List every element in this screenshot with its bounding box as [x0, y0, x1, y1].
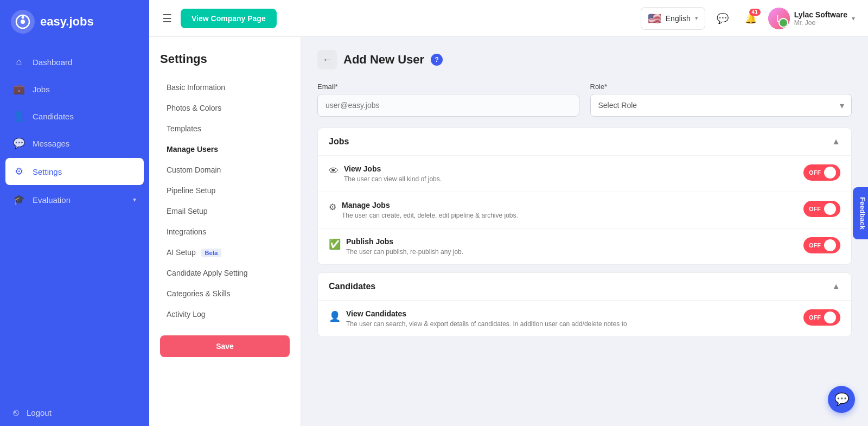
settings-item-basic-information[interactable]: Basic Information [160, 77, 290, 98]
email-form-group: Email* [317, 82, 579, 117]
manage-jobs-toggle[interactable]: OFF [803, 201, 840, 217]
notification-badge: 41 [749, 9, 761, 16]
user-info: Lylac Software Mr. Joe [794, 10, 847, 27]
settings-icon: ⚙ [13, 166, 25, 177]
feedback-button[interactable]: Feedback [853, 187, 868, 239]
role-select[interactable]: Select Role Admin Manager [590, 94, 852, 117]
sidebar-item-dashboard[interactable]: ⌂ Dashboard [0, 49, 149, 75]
manage-jobs-title: Manage Jobs [342, 201, 518, 209]
user-name: Lylac Software [794, 10, 847, 19]
avatar: L [768, 8, 790, 29]
settings-item-custom-domain[interactable]: Custom Domain [160, 160, 290, 180]
sidebar-item-messages-label: Messages [33, 139, 69, 148]
svg-point-5 [779, 18, 788, 27]
back-button[interactable]: ← [317, 50, 337, 69]
candidates-section-chevron-icon: ▲ [832, 282, 840, 291]
publish-jobs-icon: ✅ [329, 238, 341, 250]
settings-item-categories-skills[interactable]: Categories & Skills [160, 283, 290, 304]
sidebar-item-jobs[interactable]: 💼 Jobs [0, 75, 149, 103]
settings-item-photos-colors[interactable]: Photos & Colors [160, 98, 290, 118]
settings-item-candidate-apply[interactable]: Candidate Apply Setting [160, 263, 290, 283]
sidebar: easy.jobs ⌂ Dashboard 💼 Jobs 👤 Candidate… [0, 0, 149, 426]
sidebar-nav: ⌂ Dashboard 💼 Jobs 👤 Candidates 💬 Messag… [0, 43, 149, 399]
save-button[interactable]: Save [160, 335, 290, 357]
language-selector[interactable]: 🇺🇸 English ▾ [641, 7, 705, 30]
publish-jobs-title: Publish Jobs [346, 237, 463, 246]
home-icon: ⌂ [13, 56, 25, 68]
briefcase-icon: 💼 [13, 83, 25, 95]
publish-jobs-toggle[interactable]: OFF [803, 237, 840, 253]
view-jobs-text: View Jobs The user can view all kind of … [344, 164, 442, 183]
publish-jobs-desc: The user can publish, re-publish any job… [346, 248, 463, 256]
settings-item-ai-setup[interactable]: AI Setup Beta [160, 242, 290, 263]
jobs-section-title: Jobs [329, 137, 349, 147]
content-area: Settings Basic Information Photos & Colo… [149, 37, 868, 426]
jobs-permission-section: Jobs ▲ 👁 View Jobs The user can view all… [317, 128, 852, 265]
sidebar-item-candidates[interactable]: 👤 Candidates [0, 103, 149, 130]
evaluation-icon: 🎓 [13, 194, 25, 206]
beta-badge: Beta [201, 249, 222, 257]
sidebar-item-messages[interactable]: 💬 Messages [0, 130, 149, 157]
sidebar-item-settings[interactable]: ⚙ Settings [5, 158, 144, 185]
sidebar-item-evaluation[interactable]: 🎓 Evaluation ▾ [0, 186, 149, 213]
manage-jobs-icon: ⚙ [329, 202, 336, 212]
manage-jobs-toggle-label: OFF [809, 206, 821, 212]
app-name: easy.jobs [40, 15, 94, 29]
hamburger-icon[interactable]: ☰ [162, 12, 172, 25]
ai-setup-label: AI Setup [167, 248, 196, 257]
jobs-section-header[interactable]: Jobs ▲ [318, 128, 851, 155]
settings-item-templates[interactable]: Templates [160, 118, 290, 139]
sidebar-item-jobs-label: Jobs [33, 85, 50, 94]
role-label: Role* [590, 82, 852, 91]
chat-icon-button[interactable]: 💬 [712, 8, 733, 29]
flag-icon: 🇺🇸 [648, 12, 661, 25]
manage-jobs-item: ⚙ Manage Jobs The user can create, edit,… [318, 192, 851, 228]
user-sub: Mr. Joe [794, 19, 847, 27]
view-jobs-toggle-knob [824, 167, 836, 179]
settings-item-activity-log[interactable]: Activity Log [160, 304, 290, 325]
candidates-permission-section: Candidates ▲ 👤 View Candidates The user … [317, 272, 852, 337]
view-jobs-toggle-label: OFF [809, 169, 821, 176]
email-input[interactable] [317, 94, 579, 117]
notification-button[interactable]: 🔔 41 [740, 8, 762, 29]
publish-jobs-toggle-label: OFF [809, 242, 821, 249]
page-header: ← Add New User ? [317, 50, 852, 69]
page-content: ← Add New User ? Email* Role* Select Rol… [301, 37, 868, 426]
manage-jobs-text: Manage Jobs The user can create, edit, d… [342, 201, 518, 219]
candidates-section-header[interactable]: Candidates ▲ [318, 273, 851, 300]
main: ☰ View Company Page 🇺🇸 English ▾ 💬 🔔 41 [149, 0, 868, 426]
sidebar-item-evaluation-label: Evaluation [33, 195, 71, 205]
publish-jobs-item: ✅ Publish Jobs The user can publish, re-… [318, 228, 851, 264]
publish-jobs-text: Publish Jobs The user can publish, re-pu… [346, 237, 463, 256]
language-chevron-icon: ▾ [695, 15, 698, 22]
view-jobs-toggle[interactable]: OFF [803, 164, 840, 181]
sidebar-logo: easy.jobs [0, 0, 149, 43]
jobs-section-chevron-icon: ▲ [832, 137, 840, 147]
settings-item-manage-users[interactable]: Manage Users [160, 139, 290, 160]
publish-jobs-left: ✅ Publish Jobs The user can publish, re-… [329, 237, 463, 256]
help-icon[interactable]: ? [431, 54, 443, 66]
manage-jobs-toggle-knob [824, 203, 836, 215]
view-jobs-item: 👁 View Jobs The user can view all kind o… [318, 155, 851, 192]
sidebar-bottom: ⎋ Logout [0, 399, 149, 426]
evaluation-chevron: ▾ [133, 196, 136, 204]
settings-item-pipeline-setup[interactable]: Pipeline Setup [160, 180, 290, 201]
view-jobs-icon: 👁 [329, 166, 339, 177]
view-candidates-title: View Candidates [346, 309, 627, 318]
chat-bubble-button[interactable]: 💬 [828, 386, 855, 413]
candidates-icon: 👤 [13, 110, 25, 122]
manage-jobs-desc: The user can create, edit, delete, edit … [342, 212, 518, 219]
user-form: Email* Role* Select Role Admin Manager ▾ [317, 82, 852, 117]
settings-item-integrations[interactable]: Integrations [160, 221, 290, 242]
logout-button[interactable]: ⎋ Logout [13, 407, 136, 418]
sidebar-item-dashboard-label: Dashboard [33, 58, 72, 67]
view-company-page-button[interactable]: View Company Page [181, 9, 277, 28]
app-logo-icon [11, 10, 35, 34]
view-candidates-desc: The user can search, view & export detai… [346, 320, 627, 328]
user-menu[interactable]: L Lylac Software Mr. Joe ▾ [768, 8, 855, 29]
role-select-wrapper: Select Role Admin Manager ▾ [590, 94, 852, 117]
settings-item-email-setup[interactable]: Email Setup [160, 201, 290, 221]
view-candidates-icon: 👤 [329, 310, 341, 322]
view-candidates-toggle[interactable]: OFF [803, 309, 840, 326]
sidebar-item-candidates-label: Candidates [33, 112, 74, 121]
